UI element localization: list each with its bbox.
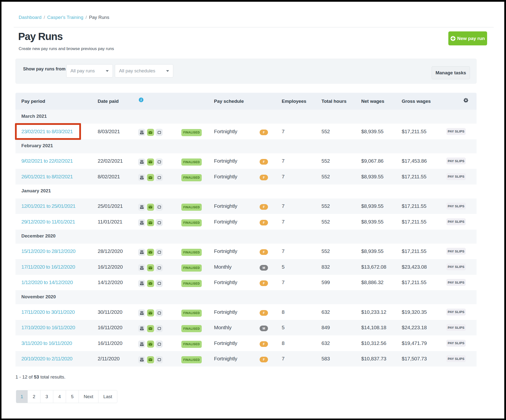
svg-text:i: i bbox=[141, 98, 142, 102]
